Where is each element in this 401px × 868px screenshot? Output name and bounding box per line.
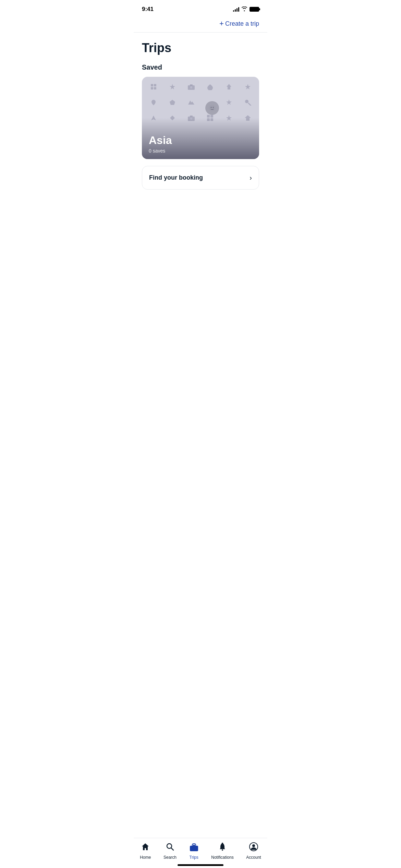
grid-icon	[182, 80, 200, 94]
grid-icon	[145, 95, 162, 110]
main-content: Trips Saved	[134, 33, 267, 190]
create-trip-plus-icon: +	[219, 19, 224, 28]
chevron-right-icon: ›	[250, 174, 252, 182]
battery-icon	[250, 7, 259, 12]
svg-point-17	[213, 107, 214, 108]
find-booking-label: Find your booking	[149, 174, 203, 181]
svg-point-16	[211, 107, 212, 108]
status-icons	[233, 7, 259, 12]
grid-icon	[220, 80, 238, 94]
svg-rect-0	[151, 84, 153, 86]
grid-icon	[220, 95, 238, 110]
svg-point-15	[209, 105, 216, 111]
header: + Create a trip	[134, 16, 267, 33]
saved-section-title: Saved	[142, 63, 259, 71]
status-time: 9:41	[142, 6, 154, 13]
svg-rect-12	[210, 115, 213, 118]
create-trip-button[interactable]: + Create a trip	[219, 19, 259, 28]
svg-rect-9	[190, 116, 193, 117]
grid-icon	[163, 95, 181, 110]
grid-icon	[239, 95, 256, 110]
grid-icon	[145, 80, 162, 94]
page-title: Trips	[142, 41, 259, 55]
svg-rect-11	[207, 115, 210, 118]
grid-icon	[182, 95, 200, 110]
create-trip-label: Create a trip	[225, 20, 259, 27]
svg-rect-1	[154, 84, 156, 86]
grid-icon	[163, 80, 181, 94]
svg-rect-5	[190, 84, 193, 86]
find-booking-button[interactable]: Find your booking ›	[142, 166, 259, 190]
wifi-icon	[241, 7, 247, 12]
trip-saves: 0 saves	[149, 148, 252, 154]
trip-name: Asia	[149, 134, 252, 147]
svg-rect-3	[154, 87, 156, 89]
signal-icon	[233, 7, 239, 12]
svg-point-6	[190, 86, 192, 88]
grid-icon	[201, 80, 219, 94]
grid-icon	[239, 80, 256, 94]
svg-rect-2	[151, 87, 153, 89]
trip-card-asia[interactable]: Asia 0 saves	[142, 77, 259, 159]
svg-point-7	[245, 100, 248, 103]
trip-card-content: Asia 0 saves	[142, 129, 259, 159]
location-pin-marker	[205, 101, 219, 115]
status-bar: 9:41	[134, 0, 267, 16]
